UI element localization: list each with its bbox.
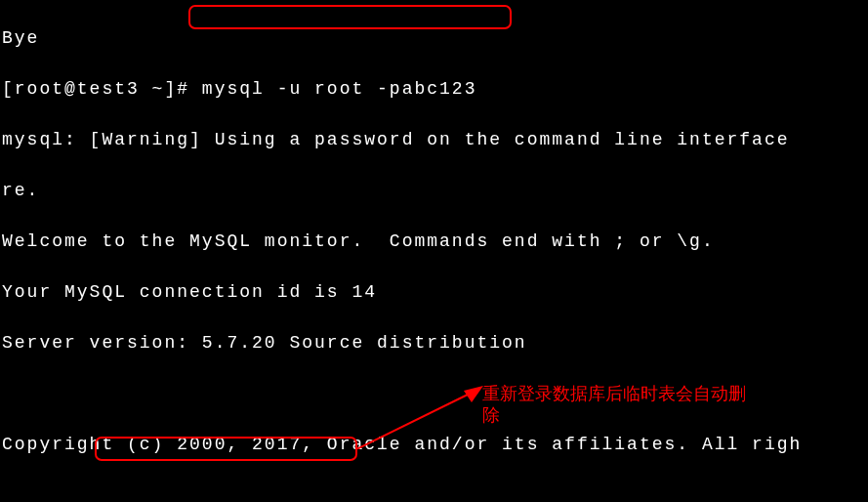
shell-command: mysql -u root -pabc123 <box>202 79 477 99</box>
shell-prompt: [root@test3 ~]# <box>2 79 202 99</box>
copyright-line: Copyright (c) 2000, 2017, Oracle and/or … <box>2 432 802 457</box>
terminal[interactable]: Bye [root@test3 ~]# mysql -u root -pabc1… <box>2 0 802 502</box>
connection-id-line: Your MySQL connection id is 14 <box>2 279 802 305</box>
annotation-line-2: 除 <box>482 405 500 425</box>
welcome-line: Welcome to the MySQL monitor. Commands e… <box>2 229 802 254</box>
annotation-line-1: 重新登录数据库后临时表会自动删 <box>482 384 746 403</box>
warning-line-1: mysql: [Warning] Using a password on the… <box>2 127 802 152</box>
prev-line: Bye <box>2 25 802 51</box>
blank-line <box>2 482 802 502</box>
shell-cmd-line: [root@test3 ~]# mysql -u root -pabc123 <box>2 76 802 102</box>
warning-line-2: re. <box>2 178 802 203</box>
server-version-line: Server version: 5.7.20 Source distributi… <box>2 330 802 356</box>
annotation-text: 重新登录数据库后临时表会自动删 除 <box>482 383 775 426</box>
